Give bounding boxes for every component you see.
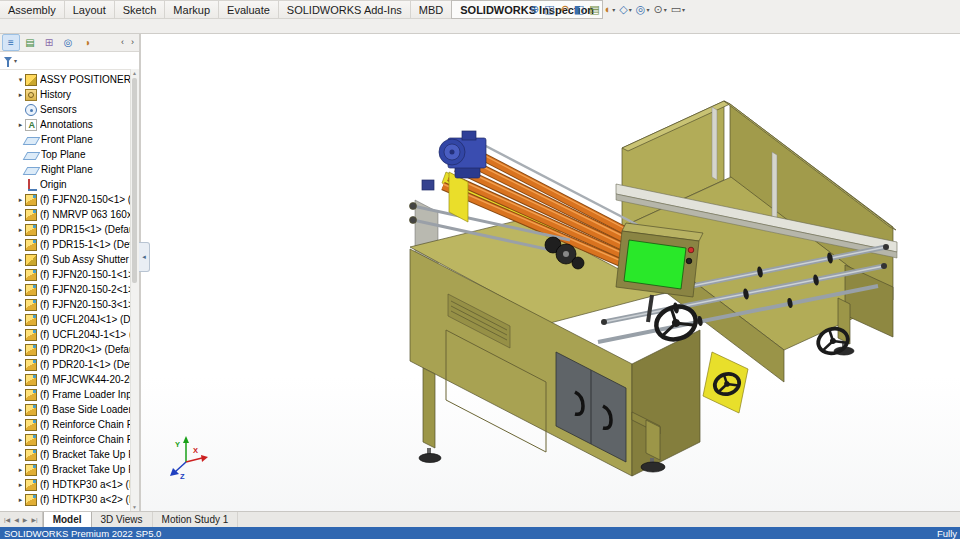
tree-item[interactable]: ▸ (f) NMRVP 063 160x14 2... bbox=[0, 207, 139, 222]
menu-tab[interactable]: SOLIDWORKS Add-Ins bbox=[278, 0, 411, 19]
document-tab[interactable]: Motion Study 1 bbox=[153, 512, 239, 527]
tree-item[interactable]: ▸ (f) PDR15-1<1> (Defaul... bbox=[0, 237, 139, 252]
tree-item[interactable]: ▸ (f) Reinforce Chain Rev 2... bbox=[0, 432, 139, 447]
screen-icon[interactable]: ▭ ▾ bbox=[671, 4, 685, 15]
expand-caret-icon[interactable]: ▸ bbox=[16, 391, 25, 399]
tree-item[interactable]: Top Plane bbox=[0, 147, 139, 162]
zoom-area-icon[interactable]: ◫ bbox=[544, 4, 555, 15]
expand-caret-icon[interactable]: ▸ bbox=[16, 241, 25, 249]
scroll-up-icon[interactable]: ▲ bbox=[131, 69, 138, 77]
tree-item[interactable]: ▸ (f) MFJCWK44-20-20<1... bbox=[0, 372, 139, 387]
menu-tab[interactable]: Assembly bbox=[0, 0, 65, 19]
expand-caret-icon[interactable]: ▾ bbox=[16, 76, 25, 84]
tree-item[interactable]: ▸ (f) Reinforce Chain Rev 2... bbox=[0, 417, 139, 432]
expand-caret-icon[interactable]: ▸ bbox=[16, 331, 25, 339]
tab-scroll-button[interactable]: ▶ bbox=[22, 516, 29, 523]
expand-caret-icon[interactable]: ▸ bbox=[16, 481, 25, 489]
featuremanager-tree-icon[interactable]: ≡ bbox=[2, 34, 20, 51]
expand-caret-icon[interactable]: ▸ bbox=[16, 496, 25, 504]
tree-item[interactable]: ▸ (f) FJFN20-150<1> (Def... bbox=[0, 192, 139, 207]
dimxpertmanager-icon[interactable]: ◎ bbox=[59, 34, 77, 51]
expand-caret-icon[interactable]: ▸ bbox=[16, 121, 25, 129]
tab-scroll-button[interactable]: ▶| bbox=[30, 516, 38, 523]
expand-caret-icon[interactable]: ▸ bbox=[16, 421, 25, 429]
expand-caret-icon[interactable]: ▸ bbox=[16, 196, 25, 204]
displaymanager-icon[interactable]: ◑ bbox=[78, 34, 96, 51]
expand-caret-icon[interactable]: ▸ bbox=[16, 211, 25, 219]
tab-scroll-button[interactable]: ◀ bbox=[13, 516, 20, 523]
expand-caret-icon[interactable]: ▸ bbox=[16, 376, 25, 384]
document-tab[interactable]: 3D Views bbox=[92, 512, 153, 527]
menu-tab[interactable]: MBD bbox=[410, 0, 452, 19]
menu-tab[interactable]: Evaluate bbox=[218, 0, 279, 19]
panel-scroll-right[interactable]: › bbox=[128, 37, 137, 47]
zoom-to-fit-icon[interactable]: ⊕ bbox=[530, 4, 540, 15]
tree-item[interactable]: ▸ (f) Sub Assy Shutter Fron... bbox=[0, 252, 139, 267]
tree-item[interactable]: ▸ Annotations bbox=[0, 117, 139, 132]
annotations-visibility-icon[interactable]: ▤ bbox=[589, 4, 600, 15]
tree-item[interactable]: ▸ (f) HDTKP30 a<1> (Def... bbox=[0, 477, 139, 492]
gear-motor[interactable] bbox=[422, 131, 486, 222]
display-style-icon[interactable]: ⊙ ▾ bbox=[653, 4, 666, 15]
tree-item[interactable]: ▸ (f) FJFN20-150-1<1> (D... bbox=[0, 267, 139, 282]
tree-item[interactable]: ▸ (f) PDR20-1<1> (Defaul... bbox=[0, 357, 139, 372]
expand-caret-icon[interactable]: ▸ bbox=[16, 256, 25, 264]
feature-tree: ▾ ASSY POSITIONER PIPE TCH ▸ History Sen… bbox=[0, 70, 139, 512]
tree-item-label: (f) Base Side Loader INF... bbox=[40, 404, 139, 415]
expand-caret-icon[interactable]: ▸ bbox=[16, 226, 25, 234]
expand-caret-icon[interactable]: ▸ bbox=[16, 451, 25, 459]
tree-item-icon bbox=[25, 479, 37, 491]
expand-caret-icon[interactable]: ▸ bbox=[16, 361, 25, 369]
previous-view-icon[interactable]: ↶ bbox=[560, 4, 570, 15]
filter-icon[interactable] bbox=[4, 57, 12, 62]
tree-item[interactable]: ▸ (f) Frame Loader Input T... bbox=[0, 387, 139, 402]
tab-scroll-button[interactable]: |◀ bbox=[3, 516, 11, 523]
tree-item-label: (f) PDR15<1> (Default)... bbox=[40, 224, 139, 235]
machine-model[interactable]: Y X Z bbox=[170, 101, 897, 481]
expand-caret-icon[interactable]: ▸ bbox=[16, 466, 25, 474]
expand-caret-icon[interactable]: ▸ bbox=[16, 346, 25, 354]
tree-item[interactable]: ▾ ASSY POSITIONER PIPE TCH bbox=[0, 72, 139, 87]
tree-item[interactable]: Front Plane bbox=[0, 132, 139, 147]
panel-collapse-handle[interactable]: ◂ bbox=[139, 242, 150, 272]
tree-item[interactable]: ▸ (f) Base Side Loader INF... bbox=[0, 402, 139, 417]
tree-item[interactable]: ▸ History bbox=[0, 87, 139, 102]
expand-caret-icon[interactable]: ▸ bbox=[16, 286, 25, 294]
expand-caret-icon[interactable]: ▸ bbox=[16, 91, 25, 99]
expand-caret-icon[interactable]: ▸ bbox=[16, 436, 25, 444]
scene-icon[interactable]: ◇ ▾ bbox=[619, 4, 631, 15]
tree-item[interactable]: ▸ (f) HDTKP30 a<2> (Def... bbox=[0, 492, 139, 507]
panel-scroll-left[interactable]: ‹ bbox=[118, 37, 127, 47]
tree-item[interactable]: Right Plane bbox=[0, 162, 139, 177]
appearance-icon[interactable]: ◐ ▾ bbox=[605, 4, 616, 15]
tree-item[interactable]: ▸ (f) FJFN20-150-2<1> (D... bbox=[0, 282, 139, 297]
configurationmanager-icon[interactable]: ⊞ bbox=[40, 34, 58, 51]
propertymanager-icon[interactable]: ▤ bbox=[21, 34, 39, 51]
scroll-down-icon[interactable]: ▼ bbox=[131, 503, 138, 511]
scrollbar-thumb[interactable] bbox=[132, 78, 137, 283]
menu-tab[interactable]: Sketch bbox=[114, 0, 166, 19]
section-view-icon[interactable]: ◧ bbox=[574, 4, 585, 15]
expand-caret-icon[interactable]: ▸ bbox=[16, 301, 25, 309]
feature-manager-panel: ≡ ▤ ⊞ ◎ ◑ ‹ › ▾ ▾ ASSY POSITIONER PIPE T… bbox=[0, 33, 141, 512]
tree-item[interactable]: ▸ (f) UCFL204J-1<1> (Def... bbox=[0, 327, 139, 342]
expand-caret-icon[interactable]: ▸ bbox=[16, 406, 25, 414]
tree-item[interactable]: Origin bbox=[0, 177, 139, 192]
tree-item[interactable]: Sensors bbox=[0, 102, 139, 117]
expand-caret-icon[interactable]: ▸ bbox=[16, 316, 25, 324]
tree-item[interactable]: ▸ (f) Bracket Take Up Rev ... bbox=[0, 447, 139, 462]
expand-caret-icon[interactable]: ▸ bbox=[16, 271, 25, 279]
tree-item[interactable]: ▸ (f) PDR20<1> (Default)... bbox=[0, 342, 139, 357]
menu-tab[interactable]: Markup bbox=[164, 0, 219, 19]
tree-item[interactable]: ▸ (f) Bracket Take Up Rev ... bbox=[0, 462, 139, 477]
tree-scrollbar[interactable]: ▲ ▼ bbox=[130, 69, 139, 511]
filter-caret-icon[interactable]: ▾ bbox=[14, 57, 17, 64]
tree-item[interactable]: ▸ (f) UCFL204J<1> (Defau... bbox=[0, 312, 139, 327]
tree-item-label: (f) Bracket Take Up Rev ... bbox=[40, 464, 139, 475]
tree-item[interactable]: ▸ (f) FJFN20-150-3<1> (D... bbox=[0, 297, 139, 312]
tree-item[interactable]: ▸ (f) PDR15<1> (Default)... bbox=[0, 222, 139, 237]
leveling-foot-left[interactable] bbox=[419, 368, 441, 463]
view-settings-icon[interactable]: ◎ ▾ bbox=[636, 4, 650, 15]
document-tab[interactable]: Model bbox=[43, 512, 92, 527]
menu-tab[interactable]: Layout bbox=[64, 0, 115, 19]
